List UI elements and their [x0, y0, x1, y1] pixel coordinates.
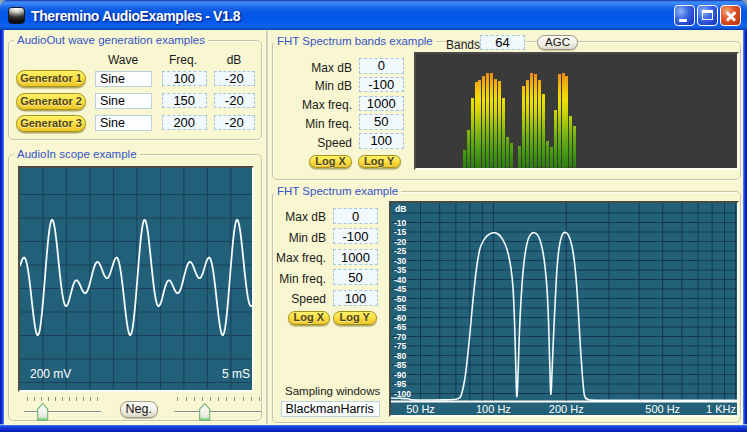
svg-text:-40: -40	[394, 274, 407, 284]
svg-text:-30: -30	[394, 255, 407, 265]
svg-text:-75: -75	[394, 341, 407, 351]
svg-text:-100: -100	[394, 388, 411, 398]
svg-text:dB: dB	[395, 204, 406, 214]
svg-text:50 Hz: 50 Hz	[406, 403, 435, 415]
svg-text:1 KHz: 1 KHz	[706, 403, 736, 415]
svg-text:-60: -60	[394, 312, 407, 322]
svg-text:-80: -80	[394, 350, 407, 360]
svg-text:-55: -55	[394, 303, 407, 313]
svg-text:-20: -20	[394, 236, 407, 246]
svg-text:-95: -95	[394, 379, 407, 389]
svg-text:-10: -10	[394, 217, 407, 227]
svg-text:-35: -35	[394, 265, 407, 275]
svg-text:-15: -15	[394, 227, 407, 237]
svg-text:100 Hz: 100 Hz	[476, 403, 511, 415]
svg-text:500 Hz: 500 Hz	[645, 403, 680, 415]
svg-text:200 mV: 200 mV	[30, 366, 71, 380]
svg-text:-25: -25	[394, 246, 407, 256]
svg-text:5 mS: 5 mS	[221, 366, 249, 380]
svg-text:-50: -50	[394, 293, 407, 303]
svg-text:-85: -85	[394, 360, 407, 370]
svg-text:-90: -90	[394, 369, 407, 379]
svg-text:-70: -70	[394, 331, 407, 341]
svg-text:-45: -45	[394, 284, 407, 294]
svg-text:200 Hz: 200 Hz	[549, 403, 584, 415]
svg-text:-65: -65	[394, 322, 407, 332]
